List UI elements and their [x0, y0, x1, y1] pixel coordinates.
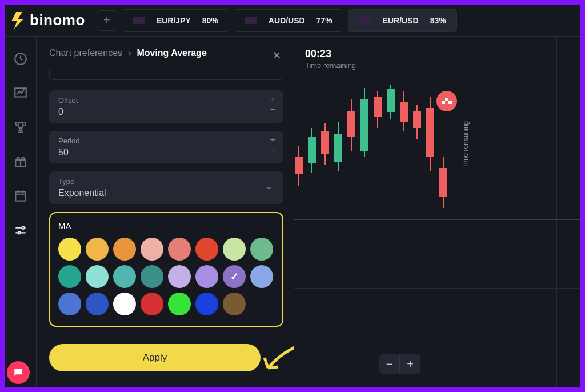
chat-button[interactable] [7, 361, 30, 384]
color-swatch[interactable] [86, 265, 109, 288]
field-value: 50 [58, 147, 274, 158]
breadcrumb: Chart preferences › Moving Average [49, 48, 283, 58]
color-swatch[interactable] [168, 265, 191, 288]
field-label: Type [58, 177, 274, 186]
brand-logo: binomo [11, 11, 85, 29]
timer-value: 00:23 [305, 48, 569, 60]
price-line [294, 219, 580, 220]
apply-button[interactable]: Apply [49, 344, 261, 371]
side-nav [5, 37, 37, 387]
pair-label: AUD/USD [269, 16, 305, 25]
field-value: Exponential [58, 188, 274, 198]
color-swatch[interactable] [168, 293, 191, 315]
calendar-icon[interactable] [13, 189, 28, 203]
color-swatch[interactable] [195, 293, 218, 315]
svg-point-5 [18, 231, 20, 234]
color-swatch[interactable] [223, 265, 246, 288]
chevron-right-icon: › [128, 48, 131, 58]
svg-rect-7 [442, 98, 445, 101]
flag-icon [133, 17, 145, 24]
color-swatch[interactable] [58, 238, 81, 261]
svg-point-12 [19, 371, 21, 373]
color-swatch[interactable] [141, 293, 163, 315]
color-swatch[interactable] [141, 238, 163, 261]
breadcrumb-parent[interactable]: Chart preferences [49, 48, 122, 58]
svg-point-11 [18, 371, 19, 373]
chart-preferences-panel: Chart preferences › Moving Average ✕ Off… [37, 37, 294, 387]
color-title: MA [58, 221, 274, 231]
flag-icon [245, 17, 257, 24]
period-field[interactable]: Period 50 + − [49, 131, 283, 163]
color-swatches [58, 238, 274, 315]
color-swatch[interactable] [86, 238, 109, 261]
collapsed-field [49, 70, 283, 80]
flag-icon [359, 17, 371, 24]
color-swatch[interactable] [195, 238, 218, 261]
gift-icon[interactable] [13, 154, 28, 169]
color-swatch[interactable] [58, 293, 81, 315]
tab-eurjpy[interactable]: EUR/JPY 80% [122, 9, 229, 32]
brand-name: binomo [30, 11, 85, 29]
color-swatch[interactable] [250, 265, 273, 288]
pair-label: EUR/USD [383, 16, 419, 25]
svg-point-4 [22, 227, 24, 229]
color-swatch[interactable] [113, 293, 136, 315]
chart-area[interactable]: 00:23 Time remaining Time remaining − + [294, 37, 580, 387]
zoom-in-button[interactable]: + [400, 354, 420, 374]
stepper[interactable]: + − [270, 96, 275, 113]
clock-icon[interactable] [13, 51, 28, 66]
field-label: Period [58, 137, 274, 145]
color-swatch[interactable] [223, 293, 246, 315]
color-swatch[interactable] [58, 265, 81, 288]
tab-eurusd[interactable]: EUR/USD 83% [348, 9, 457, 32]
step-up-icon[interactable]: + [270, 96, 275, 103]
timer: 00:23 Time remaining [305, 48, 569, 70]
pair-label: EUR/JPY [157, 16, 191, 25]
timer-label: Time remaining [305, 61, 356, 70]
chat-icon [13, 367, 24, 378]
type-dropdown[interactable]: Type Exponential [49, 171, 283, 204]
expiry-marker-icon [436, 91, 457, 111]
add-tab-button[interactable]: + [97, 10, 117, 31]
pair-pct: 77% [316, 16, 332, 25]
svg-point-10 [17, 371, 18, 373]
color-swatch[interactable] [86, 293, 109, 315]
expiry-line [447, 37, 447, 387]
annotation-arrow-icon [259, 339, 294, 374]
color-swatch[interactable] [113, 265, 136, 288]
step-down-icon[interactable]: − [270, 147, 275, 154]
pair-pct: 83% [430, 16, 446, 25]
chevron-down-icon [265, 184, 273, 192]
topbar: binomo + EUR/JPY 80% AUD/USD 77% EUR/USD… [5, 5, 580, 37]
color-swatch[interactable] [195, 265, 218, 288]
step-up-icon[interactable]: + [270, 137, 275, 143]
color-swatch[interactable] [141, 265, 163, 288]
sliders-icon[interactable] [13, 223, 28, 238]
zoom-controls: − + [379, 354, 420, 374]
pair-pct: 80% [202, 16, 218, 25]
color-swatch[interactable] [250, 238, 273, 261]
color-picker-box: MA [49, 212, 283, 327]
color-swatch[interactable] [168, 238, 191, 261]
trophy-icon[interactable] [13, 120, 28, 135]
flag-pattern-icon [442, 98, 452, 104]
svg-rect-3 [15, 191, 25, 201]
field-label: Offset [58, 96, 274, 105]
offset-field[interactable]: Offset 0 + − [49, 90, 283, 123]
time-remaining-vertical: Time remaining [462, 121, 470, 168]
tab-audusd[interactable]: AUD/USD 77% [234, 9, 343, 32]
chart-icon[interactable] [13, 86, 28, 101]
svg-rect-8 [448, 98, 452, 101]
color-swatch[interactable] [223, 238, 246, 261]
color-swatch[interactable] [113, 238, 136, 261]
zoom-out-button[interactable]: − [379, 354, 400, 374]
step-down-icon[interactable]: − [270, 106, 275, 113]
breadcrumb-current: Moving Average [137, 48, 206, 58]
logo-icon [11, 12, 25, 29]
svg-rect-9 [445, 101, 448, 104]
field-value: 0 [58, 107, 274, 117]
close-icon[interactable]: ✕ [273, 49, 281, 62]
stepper[interactable]: + − [270, 137, 275, 154]
